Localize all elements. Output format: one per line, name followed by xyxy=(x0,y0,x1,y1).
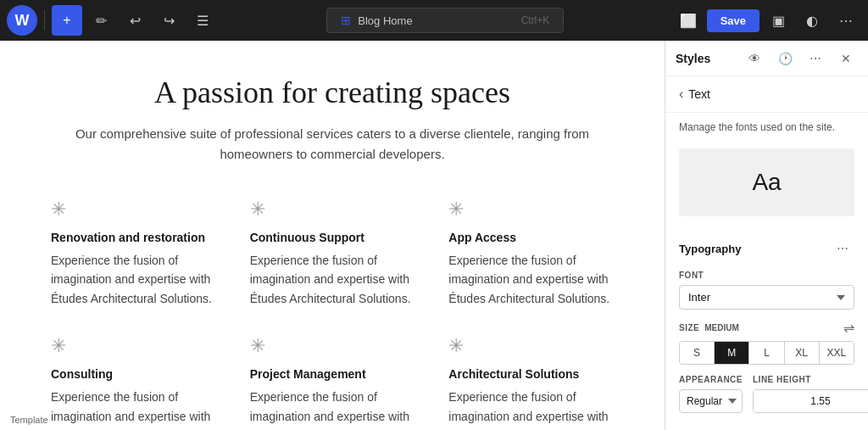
manage-fonts-section: Manage the fonts used on the site. xyxy=(665,113,868,138)
eye-button[interactable]: 👁 xyxy=(743,47,766,70)
url-icon: ⊞ xyxy=(341,14,351,27)
toolbar: W + ✏ ↩ ↪ ☰ ⊞ Blog Home Ctrl+K ⬜ Save ▣ … xyxy=(0,0,868,41)
feature-title-2: Continuous Support xyxy=(250,231,415,244)
back-nav-section: ‹ Text xyxy=(665,76,868,113)
feature-desc-3: Experience the fusion of imagination and… xyxy=(448,251,614,308)
pen-button[interactable]: ✏ xyxy=(86,5,116,36)
page-subtitle: Our comprehensive suite of professional … xyxy=(51,124,614,165)
size-buttons: S M L XL XXL xyxy=(679,341,854,365)
feature-item-3: ✳ App Access Experience the fusion of im… xyxy=(448,198,614,308)
canvas: A passion for creating spaces Our compre… xyxy=(0,41,665,430)
feature-title-6: Architectural Solutions xyxy=(448,367,614,381)
close-button[interactable]: ✕ xyxy=(834,47,858,70)
url-text: Blog Home xyxy=(358,14,412,27)
feature-title-5: Project Management xyxy=(250,367,415,381)
line-height-input[interactable] xyxy=(754,390,868,412)
history-button[interactable]: 🕐 xyxy=(773,47,797,70)
back-nav[interactable]: ‹ Text xyxy=(679,87,854,102)
line-height-control: + − xyxy=(753,389,868,413)
page-title: A passion for creating spaces xyxy=(51,75,614,110)
asterisk-icon-6: ✳ xyxy=(448,335,614,357)
add-button[interactable]: + xyxy=(52,5,82,36)
size-m-button[interactable]: M xyxy=(715,342,749,364)
sidebar-toggle-button[interactable]: ▣ xyxy=(763,5,793,36)
size-l-button[interactable]: L xyxy=(749,342,784,364)
asterisk-icon-4: ✳ xyxy=(51,335,216,357)
typography-section: Typography ⋯ FONT Inter Roboto Open Sans… xyxy=(665,226,868,430)
back-arrow-icon: ‹ xyxy=(679,87,683,102)
font-select[interactable]: Inter Roboto Open Sans xyxy=(679,285,854,310)
size-header: SIZE MEDIUM ⇌ xyxy=(679,320,854,336)
template-label: Template xyxy=(10,415,48,425)
size-row: SIZE MEDIUM ⇌ S M L XL XXL xyxy=(679,320,854,365)
styles-panel: Styles 👁 🕐 ⋯ ✕ ‹ Text Manage the fonts u… xyxy=(665,41,868,430)
back-nav-label: Text xyxy=(688,87,710,101)
url-shortcut: Ctrl+K xyxy=(521,14,550,26)
feature-desc-6: Experience the fusion of imagination and… xyxy=(448,388,614,426)
feature-desc-5: Experience the fusion of imagination and… xyxy=(250,388,415,426)
size-field-label: SIZE xyxy=(679,323,699,332)
appearance-line-row: APPEARANCE Regular Bold Italic LINE HEIG… xyxy=(679,375,854,413)
feature-item-1: ✳ Renovation and restoration Experience … xyxy=(51,198,216,308)
manage-fonts-desc: Manage the fonts used on the site. xyxy=(679,120,854,135)
main-area: A passion for creating spaces Our compre… xyxy=(0,41,868,430)
panel-title: Styles xyxy=(676,52,736,65)
feature-desc-2: Experience the fusion of imagination and… xyxy=(250,251,415,308)
size-xxl-button[interactable]: XXL xyxy=(820,342,854,364)
separator-1 xyxy=(44,10,45,31)
toolbar-right: ⬜ Save ▣ ◐ ⋯ xyxy=(673,5,861,36)
feature-desc-1: Experience the fusion of imagination and… xyxy=(51,251,216,308)
typography-more-button[interactable]: ⋯ xyxy=(831,237,854,260)
view-button[interactable]: ⬜ xyxy=(673,5,704,36)
feature-title-3: App Access xyxy=(448,231,614,244)
feature-item-6: ✳ Architectural Solutions Experience the… xyxy=(448,335,614,426)
feature-title-4: Consulting xyxy=(51,367,216,381)
redo-button[interactable]: ↪ xyxy=(153,5,184,36)
undo-button[interactable]: ↩ xyxy=(120,5,150,36)
size-reset-icon[interactable]: ⇌ xyxy=(843,320,854,336)
url-bar[interactable]: ⊞ Blog Home Ctrl+K xyxy=(326,8,564,33)
typography-header: Typography ⋯ xyxy=(679,237,854,260)
asterisk-icon-2: ✳ xyxy=(250,198,415,221)
wp-logo[interactable]: W xyxy=(7,5,37,36)
panel-more-button[interactable]: ⋯ xyxy=(804,47,827,70)
asterisk-icon-1: ✳ xyxy=(51,198,216,221)
feature-desc-4: Experience the fusion of imagination and… xyxy=(51,388,216,426)
feature-item-4: ✳ Consulting Experience the fusion of im… xyxy=(51,335,216,426)
feature-item-5: ✳ Project Management Experience the fusi… xyxy=(250,335,415,426)
asterisk-icon-5: ✳ xyxy=(250,335,415,357)
appearance-col: APPEARANCE Regular Bold Italic xyxy=(679,375,743,413)
font-preview-box: Aa xyxy=(679,148,854,216)
dark-mode-button[interactable]: ◐ xyxy=(797,5,827,36)
line-height-label: LINE HEIGHT xyxy=(753,375,868,384)
features-grid: ✳ Renovation and restoration Experience … xyxy=(51,198,614,426)
line-height-col: LINE HEIGHT + − xyxy=(753,375,868,413)
size-s-button[interactable]: S xyxy=(680,342,715,364)
toolbar-center: ⊞ Blog Home Ctrl+K xyxy=(221,8,670,33)
font-field-label: FONT xyxy=(679,271,854,280)
size-value: MEDIUM xyxy=(704,323,739,332)
appearance-select[interactable]: Regular Bold Italic xyxy=(679,389,743,413)
asterisk-icon-3: ✳ xyxy=(448,198,614,221)
appearance-label: APPEARANCE xyxy=(679,375,743,384)
font-select-row: FONT Inter Roboto Open Sans xyxy=(679,271,854,310)
feature-item-2: ✳ Continuous Support Experience the fusi… xyxy=(250,198,415,308)
panel-header: Styles 👁 🕐 ⋯ ✕ xyxy=(665,41,868,76)
size-xl-button[interactable]: XL xyxy=(785,342,820,364)
font-preview-text: Aa xyxy=(752,169,781,195)
list-button[interactable]: ☰ xyxy=(187,5,218,36)
feature-title-1: Renovation and restoration xyxy=(51,231,216,244)
save-button[interactable]: Save xyxy=(707,9,760,32)
more-options-button[interactable]: ⋯ xyxy=(831,5,861,36)
typography-title: Typography xyxy=(679,243,831,255)
